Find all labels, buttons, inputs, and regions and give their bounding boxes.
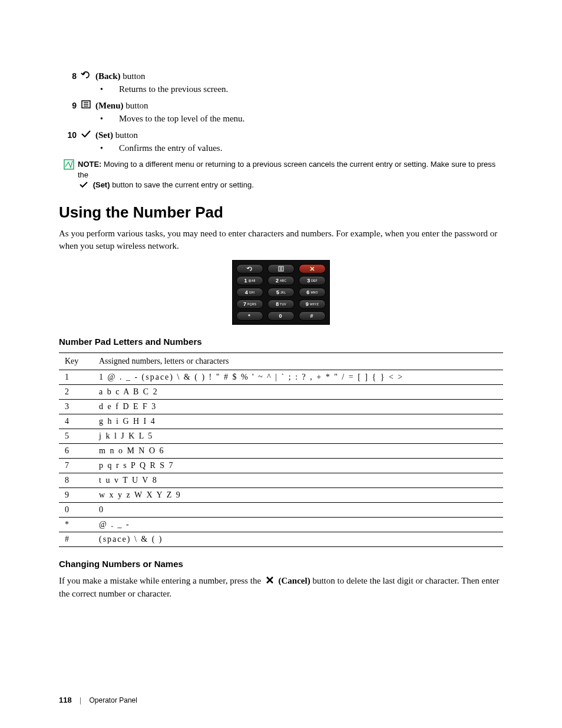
- key-small: @A8: [249, 279, 256, 282]
- key-big: 3: [307, 278, 310, 284]
- table-cell-key: *: [59, 517, 93, 532]
- button-number-9: 9: [59, 101, 77, 110]
- button-item-menu: 9 (Menu) button: [59, 100, 503, 111]
- note-text: NOTE: Moving to a different menu or retu…: [78, 159, 503, 190]
- note-icon: [64, 159, 78, 173]
- note-block: NOTE: Moving to a different menu or retu…: [64, 159, 503, 190]
- table-cell-value: 0: [93, 502, 503, 517]
- table-cell-value: (space) \ & ( ): [93, 532, 503, 546]
- keypad-key: 4GHI: [236, 288, 263, 297]
- check-icon: [79, 180, 88, 191]
- table-cell-key: 4: [59, 414, 93, 429]
- table-heading: Number Pad Letters and Numbers: [59, 337, 503, 347]
- back-button-label: (Back) button: [95, 71, 146, 81]
- table-cell-key: 7: [59, 458, 93, 473]
- changing-text1: If you make a mistake while entering a n…: [59, 576, 263, 585]
- table-row: *@ . _ -: [59, 517, 503, 532]
- key-small: PQRS: [247, 302, 256, 306]
- keypad-key: 7PQRS: [236, 299, 263, 309]
- menu-label-rest: button: [124, 101, 148, 110]
- table-cell-key: 8: [59, 473, 93, 487]
- table-cell-value: @ . _ -: [93, 517, 503, 532]
- key-small: JKL: [280, 291, 286, 294]
- keypad-key: [299, 264, 326, 274]
- page-number: 118: [59, 696, 72, 704]
- table-row: 3d e f D E F 3: [59, 399, 503, 414]
- table-row: 8t u v T U V 8: [59, 473, 503, 487]
- table-row: 2a b c A B C 2: [59, 384, 503, 399]
- menu-bullet-row: • Moves to the top level of the menu.: [100, 113, 503, 124]
- table-row: 9w x y z W X Y Z 9: [59, 487, 503, 502]
- keypad-row: 1@A82ABC3DEF: [236, 276, 326, 285]
- keypad-row: [236, 264, 326, 274]
- back-bullet-row: • Returns to the previous screen.: [100, 84, 503, 94]
- keypad-key: 8TUV: [267, 299, 295, 309]
- section-heading: Using the Number Pad: [59, 203, 503, 222]
- cancel-icon: [266, 575, 274, 587]
- set-label-strong: (Set): [95, 130, 113, 140]
- table-header-row: Key Assigned numbers, letters or charact…: [59, 353, 503, 370]
- keys-table: Key Assigned numbers, letters or charact…: [59, 353, 503, 547]
- button-number-10: 10: [59, 130, 77, 140]
- table-cell-key: 0: [59, 502, 93, 517]
- bullet-dot: •: [100, 144, 117, 153]
- set-label-rest: button: [113, 130, 138, 140]
- key-big: 8: [276, 301, 279, 307]
- back-icon: [77, 71, 95, 81]
- check-icon: [77, 130, 95, 140]
- set-button-label: (Set) button: [95, 130, 138, 140]
- table-row: 6m n o M N O 6: [59, 443, 503, 458]
- menu-label-strong: (Menu): [95, 101, 124, 110]
- note-text1: Moving to a different menu or returning …: [78, 160, 495, 179]
- keypad-key: 3DEF: [299, 276, 326, 285]
- key-big: #: [310, 313, 313, 319]
- bullet-dot: •: [100, 114, 117, 124]
- table-cell-value: p q r s P Q R S 7: [93, 458, 503, 473]
- button-item-back: 8 (Back) button: [59, 71, 503, 81]
- page: 8 (Back) button • Returns to the previou…: [0, 0, 562, 728]
- back-label-rest: button: [121, 71, 146, 81]
- table-cell-value: t u v T U V 8: [93, 473, 503, 487]
- table-row: 4g h i G H I 4: [59, 414, 503, 429]
- key-big: 9: [306, 301, 309, 307]
- set-bullet-text: Confirms the entry of values.: [119, 143, 222, 153]
- key-big: 6: [306, 289, 309, 295]
- cancel-strong: (Cancel): [279, 576, 310, 585]
- table-row: 11 @ . _ - (space) \ & ( ) ! " # $ % ' ~…: [59, 370, 503, 384]
- key-small: GHI: [249, 291, 255, 294]
- table-cell-value: d e f D E F 3: [93, 399, 503, 414]
- table-cell-value: m n o M N O 6: [93, 443, 503, 458]
- keypad-key: *: [236, 311, 263, 321]
- page-footer: 118 | Operator Panel: [59, 696, 137, 704]
- bullet-dot: •: [100, 85, 117, 94]
- keypad-image: 1@A82ABC3DEF4GHI5JKL6MNO7PQRS8TUV9WXYZ*0…: [232, 260, 330, 325]
- table-row: 7p q r s P Q R S 7: [59, 458, 503, 473]
- key-small: WXYZ: [310, 302, 319, 306]
- keypad-key: 1@A8: [236, 276, 263, 285]
- table-row: #(space) \ & ( ): [59, 532, 503, 546]
- changing-heading: Changing Numbers or Names: [59, 559, 503, 569]
- table-cell-value: a b c A B C 2: [93, 384, 503, 399]
- table-cell-value: j k l J K L 5: [93, 429, 503, 443]
- table-cell-key: #: [59, 532, 93, 546]
- key-small: MNO: [310, 291, 318, 294]
- key-big: 5: [276, 289, 279, 295]
- key-small: DEF: [311, 279, 318, 282]
- table-head-assigned: Assigned numbers, letters or characters: [93, 353, 503, 370]
- changing-text: If you make a mistake while entering a n…: [59, 575, 503, 599]
- table-cell-key: 5: [59, 429, 93, 443]
- table-row: 5j k l J K L 5: [59, 429, 503, 443]
- keypad-key: 2ABC: [267, 276, 295, 285]
- footer-separator: |: [80, 696, 81, 704]
- note-label: NOTE:: [78, 160, 101, 169]
- keypad-row: 4GHI5JKL6MNO: [236, 288, 326, 297]
- button-number-8: 8: [59, 71, 77, 81]
- key-big: *: [248, 313, 250, 319]
- table-cell-key: 1: [59, 370, 93, 384]
- key-big: 4: [245, 289, 248, 295]
- back-label-strong: (Back): [95, 71, 121, 81]
- key-small: TUV: [280, 302, 286, 306]
- note-set-strong: (Set): [93, 180, 110, 189]
- keypad-row: *0#: [236, 311, 326, 321]
- table-row: 00: [59, 502, 503, 517]
